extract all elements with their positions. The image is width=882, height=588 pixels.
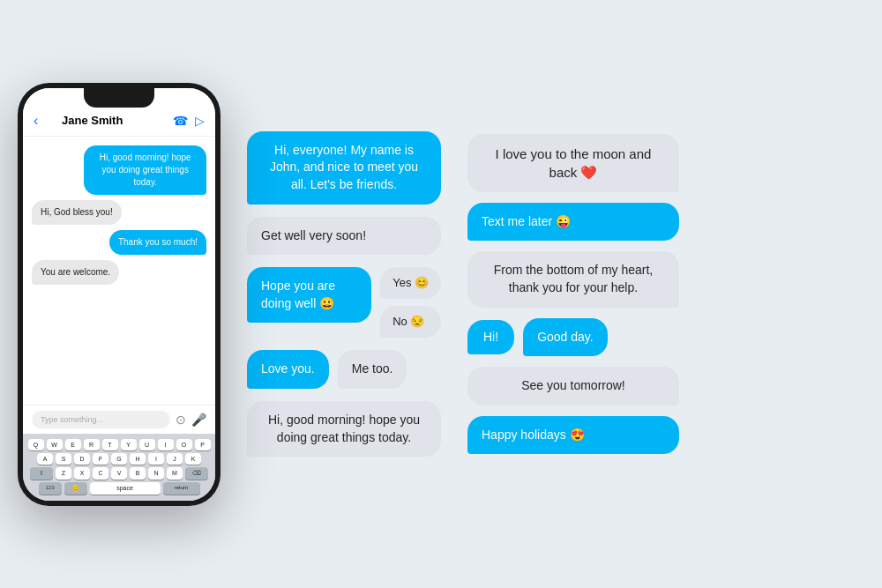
bubble-r7: Happy holidays 😍 bbox=[467, 416, 679, 455]
key-n[interactable]: N bbox=[148, 467, 164, 480]
key-u[interactable]: U bbox=[139, 439, 155, 450]
bubble-r3: From the bottom of my heart, thank you f… bbox=[467, 251, 679, 307]
key-return[interactable]: return bbox=[163, 482, 200, 495]
bubble-m5: No 😒 bbox=[380, 306, 441, 338]
key-x[interactable]: X bbox=[74, 467, 90, 480]
bubble-r5: Good day. bbox=[523, 318, 608, 357]
bubble-row-m6: Love you. Me too. bbox=[247, 350, 441, 389]
bubble-m2: Get well very soon! bbox=[247, 217, 441, 256]
key-delete[interactable]: ⌫ bbox=[185, 467, 208, 480]
mic-icon[interactable]: 🎤 bbox=[191, 413, 206, 427]
key-i2[interactable]: I bbox=[148, 453, 164, 465]
key-p[interactable]: P bbox=[195, 439, 211, 450]
message-4: You are welcome. bbox=[32, 260, 119, 285]
contact-name: Jane Smith bbox=[43, 114, 141, 127]
key-g[interactable]: G bbox=[111, 453, 127, 465]
video-icon[interactable]: ▷ bbox=[195, 114, 205, 128]
key-z[interactable]: Z bbox=[56, 467, 71, 480]
message-3: Thank you so much! bbox=[109, 230, 206, 255]
key-r[interactable]: R bbox=[84, 439, 100, 450]
phone-icon[interactable]: ☎ bbox=[173, 114, 188, 128]
key-emoji[interactable]: 😊 bbox=[64, 482, 87, 495]
bubble-r6: See you tomorrow! bbox=[467, 367, 679, 406]
key-t[interactable]: T bbox=[102, 439, 118, 450]
key-shift[interactable]: ⇧ bbox=[30, 467, 53, 480]
keyboard-row-4: 123 😊 space return bbox=[26, 482, 212, 495]
keyboard-row-2: A S D F G H I J K bbox=[26, 453, 212, 465]
key-m[interactable]: M bbox=[167, 467, 183, 480]
bubble-r2: Text me later 😜 bbox=[467, 203, 679, 242]
camera-icon[interactable]: ⊙ bbox=[176, 413, 186, 427]
phone-mockup: ‹ Jane Smith ☎ ▷ Hi, good morning! hope … bbox=[18, 83, 220, 506]
chat-messages: Hi, good morning! hope you doing great t… bbox=[23, 137, 215, 405]
back-button[interactable]: ‹ bbox=[34, 113, 38, 129]
key-j[interactable]: J bbox=[167, 453, 183, 465]
key-a[interactable]: A bbox=[37, 453, 53, 465]
key-c[interactable]: C bbox=[93, 467, 108, 480]
key-space[interactable]: space bbox=[90, 482, 161, 495]
bubbles-right: I love you to the moon and back ❤️ Text … bbox=[467, 134, 679, 455]
keyboard: Q W E R T Y U I O P A S D F G H bbox=[23, 434, 215, 501]
key-y[interactable]: Y bbox=[121, 439, 137, 450]
key-b[interactable]: B bbox=[130, 467, 146, 480]
key-k[interactable]: K bbox=[185, 453, 201, 465]
main-container: ‹ Jane Smith ☎ ▷ Hi, good morning! hope … bbox=[18, 21, 864, 568]
phone-screen: ‹ Jane Smith ☎ ▷ Hi, good morning! hope … bbox=[23, 88, 215, 501]
chat-input-area: Type something... ⊙ 🎤 bbox=[23, 405, 215, 434]
key-i[interactable]: I bbox=[158, 439, 174, 450]
bubble-m6: Love you. bbox=[247, 350, 329, 389]
key-f[interactable]: F bbox=[93, 453, 108, 465]
key-w[interactable]: W bbox=[47, 439, 63, 450]
key-d[interactable]: D bbox=[74, 453, 90, 465]
bubble-m1: Hi, everyone! My name is John, and nice … bbox=[247, 131, 441, 205]
type-input[interactable]: Type something... bbox=[32, 411, 170, 428]
keyboard-row-3: ⇧ Z X C V B N M ⌫ bbox=[26, 467, 212, 480]
key-h[interactable]: H bbox=[130, 453, 146, 465]
key-e[interactable]: E bbox=[65, 439, 81, 450]
key-v[interactable]: V bbox=[111, 467, 127, 480]
bubbles-middle: Hi, everyone! My name is John, and nice … bbox=[247, 131, 441, 458]
bubble-row-m3: Hope you are doing well 😀 Yes 😊 No 😒 bbox=[247, 267, 441, 338]
message-2: Hi, God bless you! bbox=[32, 200, 122, 225]
key-o[interactable]: O bbox=[176, 439, 192, 450]
key-123[interactable]: 123 bbox=[39, 482, 62, 495]
bubble-m4: Yes 😊 bbox=[380, 267, 441, 299]
bubble-m8: Hi, good morning! hope you doing great t… bbox=[247, 401, 441, 457]
keyboard-row-1: Q W E R T Y U I O P bbox=[26, 439, 212, 450]
bubble-r1: I love you to the moon and back ❤️ bbox=[467, 134, 679, 192]
phone-notch bbox=[84, 88, 154, 108]
bubble-m7: Me too. bbox=[338, 350, 407, 389]
bubble-m3: Hope you are doing well 😀 bbox=[247, 267, 371, 323]
bubble-r4: Hi! bbox=[467, 320, 514, 355]
message-1: Hi, good morning! hope you doing great t… bbox=[84, 145, 206, 195]
key-s[interactable]: S bbox=[56, 453, 71, 465]
header-icons: ☎ ▷ bbox=[173, 114, 205, 128]
bubble-row-r4: Hi! Good day. bbox=[467, 318, 679, 357]
key-q[interactable]: Q bbox=[28, 439, 44, 450]
